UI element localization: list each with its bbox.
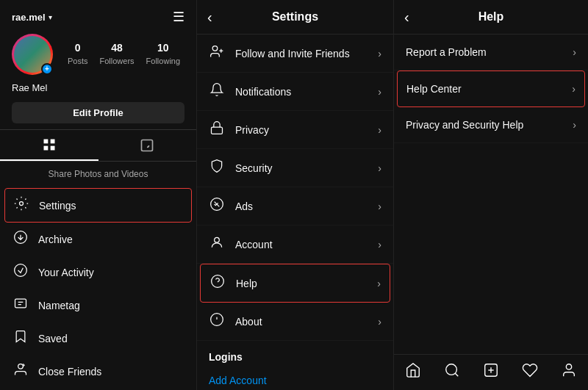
activity-icon <box>12 263 29 281</box>
help-privacy-chevron: › <box>573 119 576 131</box>
following-stat: 10 Following <box>146 42 180 67</box>
settings-item-privacy[interactable]: Privacy › <box>197 111 393 149</box>
menu-item-nametag[interactable]: Nametag <box>0 289 196 322</box>
profile-name: Rae Mel <box>0 81 196 99</box>
tag-icon <box>140 138 154 153</box>
privacy-chevron: › <box>378 124 381 136</box>
svg-rect-3 <box>50 146 54 151</box>
settings-back-button[interactable]: ‹ <box>207 9 212 26</box>
help-item-privacy[interactable]: Privacy and Security Help › <box>394 107 588 143</box>
account-icon <box>209 235 225 253</box>
add-account-label: Add Account <box>209 375 267 386</box>
avatar-container: + <box>12 34 53 75</box>
help-report-label: Report a Problem <box>406 46 487 58</box>
logins-section-header: Logins <box>197 341 393 367</box>
menu-item-nametag-label: Nametag <box>38 300 80 311</box>
settings-item-help[interactable]: Help › <box>200 264 390 303</box>
svg-line-27 <box>455 373 458 376</box>
menu-item-activity[interactable]: Your Activity <box>0 256 196 289</box>
about-chevron: › <box>378 316 381 328</box>
svg-point-5 <box>20 202 24 206</box>
svg-rect-4 <box>142 140 153 151</box>
menu-item-saved-label: Saved <box>38 333 68 344</box>
add-account-link[interactable]: Add Account <box>197 367 393 390</box>
close-friends-icon <box>12 362 29 380</box>
posts-stat: 0 Posts <box>68 42 88 67</box>
menu-item-settings[interactable]: Settings <box>4 188 192 223</box>
svg-point-15 <box>212 275 224 288</box>
svg-point-31 <box>566 364 571 369</box>
svg-point-7 <box>18 364 24 369</box>
help-bottom-nav <box>394 354 588 390</box>
settings-privacy-label: Privacy <box>235 124 368 136</box>
posts-count: 0 <box>68 42 88 54</box>
menu-item-close-friends[interactable]: Close Friends <box>0 355 196 388</box>
tagged-tab[interactable] <box>98 130 197 161</box>
help-header: ‹ Help <box>394 0 588 35</box>
menu-item-saved[interactable]: Saved <box>0 322 196 355</box>
help-privacy-label: Privacy and Security Help <box>406 119 523 131</box>
help-nav-home-icon[interactable] <box>405 362 421 383</box>
settings-follow-label: Follow and Invite Friends <box>235 48 368 59</box>
hamburger-icon[interactable]: ☰ <box>173 9 184 25</box>
about-icon <box>209 312 225 331</box>
username-dropdown-icon[interactable]: ▾ <box>49 13 52 21</box>
settings-security-label: Security <box>235 162 368 174</box>
settings-item-security[interactable]: Security › <box>197 149 393 187</box>
settings-item-notifications[interactable]: Notifications › <box>197 73 393 111</box>
followers-count: 48 <box>100 42 135 54</box>
svg-point-26 <box>446 364 457 375</box>
svg-rect-12 <box>212 127 223 134</box>
settings-item-about[interactable]: About › <box>197 303 393 341</box>
svg-point-9 <box>212 46 218 51</box>
security-chevron: › <box>378 162 381 174</box>
settings-panel: ‹ Settings Follow and Invite Friends › N… <box>197 0 394 390</box>
menu-item-archive-label: Archive <box>38 234 73 245</box>
settings-notifications-label: Notifications <box>235 86 368 98</box>
nametag-icon <box>12 296 29 314</box>
help-nav-search-icon[interactable] <box>444 362 460 383</box>
settings-header: ‹ Settings <box>197 0 393 35</box>
help-nav-heart-icon[interactable] <box>522 362 538 383</box>
followers-stat: 48 Followers <box>100 42 135 67</box>
svg-point-14 <box>215 237 220 242</box>
menu-item-close-friends-label: Close Friends <box>38 366 101 378</box>
profile-tabs <box>0 129 196 162</box>
settings-ads-label: Ads <box>235 201 368 212</box>
help-center-chevron: › <box>572 83 576 95</box>
settings-account-label: Account <box>235 239 368 250</box>
svg-rect-6 <box>15 299 26 308</box>
settings-item-account[interactable]: Account › <box>197 225 393 264</box>
svg-rect-2 <box>43 146 48 151</box>
profile-info-row: + 0 Posts 48 Followers 10 Following <box>0 31 196 81</box>
help-back-button[interactable]: ‹ <box>404 9 409 26</box>
share-photos-text: Share Photos and Videos <box>0 162 196 182</box>
svg-rect-0 <box>43 140 48 144</box>
settings-item-follow[interactable]: Follow and Invite Friends › <box>197 35 393 73</box>
privacy-icon <box>209 120 225 139</box>
following-label: Following <box>146 57 180 65</box>
follow-icon <box>209 44 225 62</box>
settings-help-label: Help <box>236 278 367 289</box>
grid-tab[interactable] <box>0 130 98 161</box>
followers-label: Followers <box>100 57 135 65</box>
help-item-center[interactable]: Help Center › <box>397 71 585 107</box>
help-nav-add-icon[interactable] <box>483 362 499 383</box>
help-title: Help <box>478 10 504 24</box>
help-chevron: › <box>377 278 381 289</box>
ads-icon <box>209 197 225 215</box>
username-label: rae.mel <box>12 12 46 23</box>
story-add-dot[interactable]: + <box>41 63 53 75</box>
settings-menu-icon <box>12 196 30 214</box>
stats-row: 0 Posts 48 Followers 10 Following <box>68 42 180 67</box>
following-count: 10 <box>146 42 180 54</box>
settings-item-ads[interactable]: Ads › <box>197 187 393 225</box>
edit-profile-button[interactable]: Edit Profile <box>12 102 184 123</box>
menu-item-activity-label: Your Activity <box>38 267 94 278</box>
menu-item-archive[interactable]: Archive <box>0 223 196 256</box>
saved-icon <box>12 329 29 347</box>
help-item-report[interactable]: Report a Problem › <box>394 35 588 71</box>
follow-chevron: › <box>378 48 381 59</box>
help-icon <box>209 274 226 292</box>
help-nav-profile-icon[interactable] <box>561 362 577 383</box>
